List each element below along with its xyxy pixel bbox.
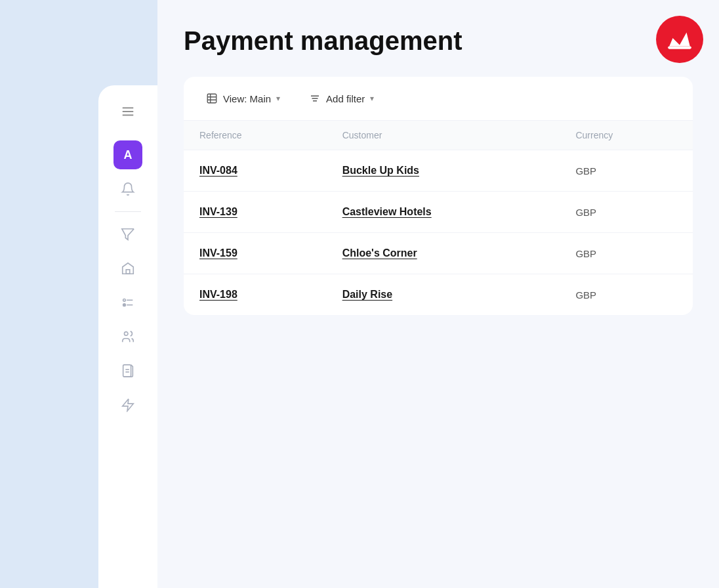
- svg-rect-13: [207, 94, 216, 103]
- main-content: Payment management View: Main ▾: [157, 0, 719, 588]
- cell-customer[interactable]: Chloe's Corner: [327, 233, 560, 274]
- table-row: INV-159Chloe's CornerGBP: [184, 233, 693, 274]
- cell-currency: GBP: [560, 274, 693, 316]
- menu-icon[interactable]: [115, 98, 140, 127]
- sidebar-item-document[interactable]: [113, 356, 142, 385]
- view-selector-button[interactable]: View: Main ▾: [199, 89, 287, 108]
- filter-label: Add filter: [326, 93, 365, 104]
- filter-chevron-icon: ▾: [370, 94, 374, 103]
- table-container: View: Main ▾ Add filter ▾ Reference Cust…: [184, 77, 693, 315]
- cell-reference[interactable]: INV-084: [184, 150, 327, 192]
- cell-reference[interactable]: INV-159: [184, 233, 327, 274]
- cell-currency: GBP: [560, 233, 693, 274]
- cell-customer[interactable]: Daily Rise: [327, 274, 560, 316]
- table-toolbar: View: Main ▾ Add filter ▾: [184, 77, 693, 121]
- table-row: INV-139Castleview HotelsGBP: [184, 192, 693, 233]
- col-header-reference: Reference: [184, 121, 327, 150]
- checklist-icon: [121, 295, 135, 310]
- svg-rect-4: [126, 270, 130, 274]
- col-header-currency: Currency: [560, 121, 693, 150]
- filter-lines-icon: [309, 93, 321, 104]
- payments-table: Reference Customer Currency INV-084Buckl…: [184, 121, 693, 315]
- bell-icon: [121, 182, 135, 196]
- table-row: INV-084Buckle Up KidsGBP: [184, 150, 693, 192]
- cell-reference[interactable]: INV-198: [184, 274, 327, 316]
- app-avatar-button[interactable]: [656, 16, 703, 63]
- sidebar-item-team[interactable]: [113, 322, 142, 351]
- table-row: INV-198Daily RiseGBP: [184, 274, 693, 316]
- sidebar-item-lightning[interactable]: [113, 390, 142, 419]
- sidebar-item-home[interactable]: [113, 254, 142, 283]
- svg-point-7: [123, 304, 126, 306]
- svg-point-5: [123, 299, 126, 302]
- col-header-customer: Customer: [327, 121, 560, 150]
- svg-rect-10: [123, 365, 131, 377]
- sidebar-item-checklist[interactable]: [113, 288, 142, 317]
- home-icon: [121, 261, 135, 276]
- add-filter-button[interactable]: Add filter ▾: [302, 89, 380, 108]
- document-icon: [121, 364, 135, 378]
- team-icon: [121, 329, 135, 344]
- cell-customer[interactable]: Buckle Up Kids: [327, 150, 560, 192]
- table-icon: [206, 93, 218, 104]
- sidebar-item-filter[interactable]: [113, 220, 142, 249]
- table-header-row: Reference Customer Currency: [184, 121, 693, 150]
- lightning-icon: [121, 398, 135, 412]
- filter-icon: [121, 227, 135, 242]
- page-title: Payment management: [184, 26, 693, 56]
- cell-reference[interactable]: INV-139: [184, 192, 327, 233]
- svg-point-9: [125, 332, 129, 336]
- cell-currency: GBP: [560, 150, 693, 192]
- view-chevron-icon: ▾: [276, 94, 280, 103]
- cell-currency: GBP: [560, 192, 693, 233]
- svg-rect-0: [668, 47, 691, 49]
- sidebar-item-user[interactable]: A: [113, 140, 142, 169]
- view-label: View: Main: [223, 93, 271, 104]
- sidebar-divider-1: [115, 211, 141, 212]
- sidebar: A: [98, 85, 157, 588]
- sidebar-item-notifications[interactable]: [113, 175, 142, 203]
- cell-customer[interactable]: Castleview Hotels: [327, 192, 560, 233]
